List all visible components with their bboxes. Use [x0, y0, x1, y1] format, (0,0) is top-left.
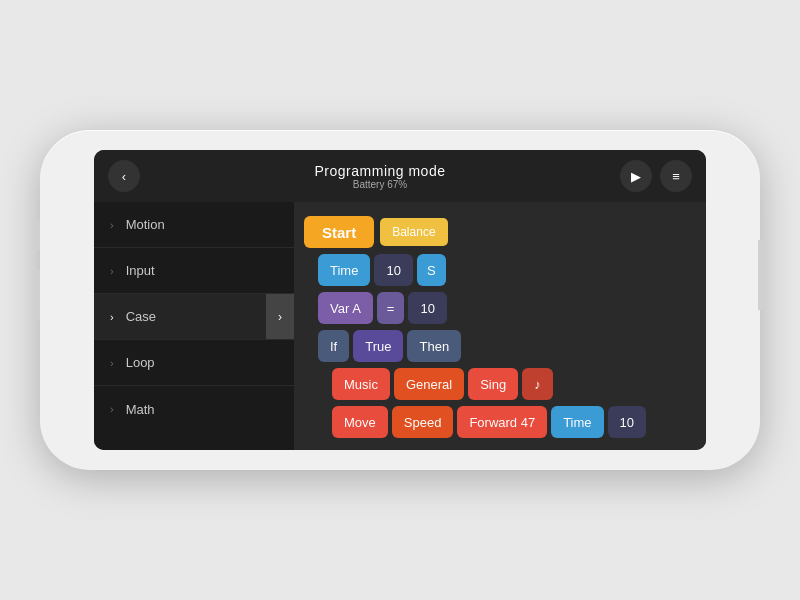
forward-block[interactable]: Forward 47 [457, 406, 547, 438]
sidebar-item-case[interactable]: › Case › [94, 294, 294, 340]
chevron-right-icon: › [110, 219, 114, 231]
move-block[interactable]: Move [332, 406, 388, 438]
time2-block[interactable]: Time [551, 406, 603, 438]
sidebar-item-motion[interactable]: › Motion [94, 202, 294, 248]
chevron-right-icon: › [110, 357, 114, 369]
play-button[interactable]: ▶ [620, 160, 652, 192]
header-center: Programming mode Battery 67% [315, 163, 446, 190]
balance-block[interactable]: Balance [380, 218, 447, 246]
true-block[interactable]: True [353, 330, 403, 362]
start-block[interactable]: Start [304, 216, 374, 248]
time-block-row: Time 10 S [318, 254, 692, 286]
volume-up-button[interactable] [36, 220, 40, 250]
speed-block[interactable]: Speed [392, 406, 454, 438]
play-icon: ▶ [631, 169, 641, 184]
volume-down-button[interactable] [36, 270, 40, 320]
then-block[interactable]: Then [407, 330, 461, 362]
equals-block[interactable]: = [377, 292, 405, 324]
menu-icon: ≡ [672, 169, 680, 184]
move-block-row: Move Speed Forward 47 Time 10 [332, 406, 692, 438]
sidebar-item-loop[interactable]: › Loop [94, 340, 294, 386]
time-unit-block[interactable]: S [417, 254, 446, 286]
phone-shell: ‹ Programming mode Battery 67% ▶ ≡ › [40, 130, 760, 470]
if-block[interactable]: If [318, 330, 349, 362]
chevron-right-icon: › [110, 311, 114, 323]
music-block-row: Music General Sing ♪ [332, 368, 692, 400]
expand-panel-button[interactable]: › [266, 294, 294, 339]
programming-canvas: Start Balance Time 10 S Var A = 10 I [294, 202, 706, 450]
time2-value-block[interactable]: 10 [608, 406, 646, 438]
sidebar-item-math[interactable]: › Math [94, 386, 294, 432]
battery-status: Battery 67% [315, 179, 446, 190]
time-value-block[interactable]: 10 [374, 254, 412, 286]
sidebar-label-motion: Motion [126, 217, 165, 232]
header-right: ▶ ≡ [620, 160, 692, 192]
sidebar-label-input: Input [126, 263, 155, 278]
if-block-row: If True Then [318, 330, 692, 362]
header: ‹ Programming mode Battery 67% ▶ ≡ [94, 150, 706, 202]
page-title: Programming mode [315, 163, 446, 179]
sidebar: › Motion › Input › Case › › Loop › [94, 202, 294, 450]
chevron-right-icon: › [110, 403, 114, 415]
chevron-right-icon: › [110, 265, 114, 277]
var-value-block[interactable]: 10 [408, 292, 446, 324]
screen: ‹ Programming mode Battery 67% ▶ ≡ › [94, 150, 706, 450]
back-button[interactable]: ‹ [108, 160, 140, 192]
general-block[interactable]: General [394, 368, 464, 400]
music-note-block[interactable]: ♪ [522, 368, 553, 400]
sidebar-label-case: Case [126, 309, 156, 324]
sidebar-label-loop: Loop [126, 355, 155, 370]
var-block[interactable]: Var A [318, 292, 373, 324]
music-block[interactable]: Music [332, 368, 390, 400]
sing-block[interactable]: Sing [468, 368, 518, 400]
power-button[interactable] [758, 240, 764, 310]
sidebar-label-math: Math [126, 402, 155, 417]
menu-button[interactable]: ≡ [660, 160, 692, 192]
start-block-row: Start Balance [304, 216, 692, 248]
var-block-row: Var A = 10 [318, 292, 692, 324]
time-block[interactable]: Time [318, 254, 370, 286]
sidebar-item-input[interactable]: › Input [94, 248, 294, 294]
back-icon: ‹ [122, 169, 126, 184]
main-content: › Motion › Input › Case › › Loop › [94, 202, 706, 450]
